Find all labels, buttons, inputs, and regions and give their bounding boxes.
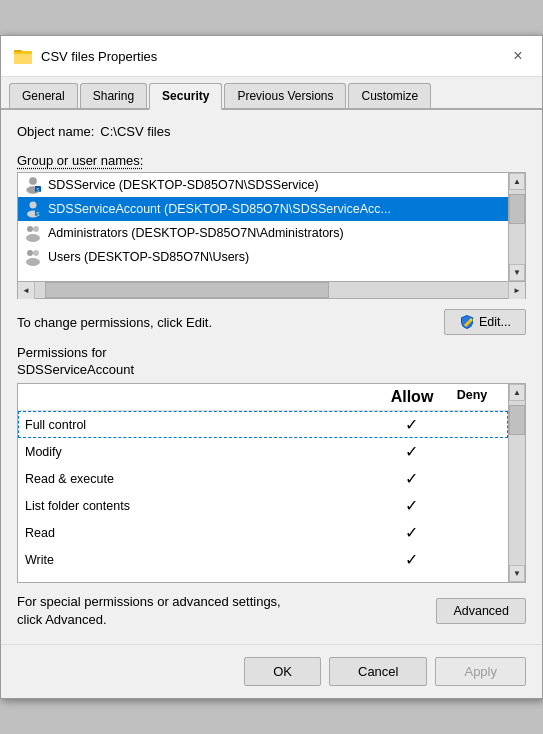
close-button[interactable]: ×: [506, 44, 530, 68]
group-label: Group or user names:: [17, 153, 526, 168]
advanced-text-line2: click Advanced.: [17, 612, 107, 627]
dialog-title: CSV files Properties: [41, 49, 498, 64]
perm-row-read: Read ✓: [18, 519, 508, 546]
bottom-buttons: OK Cancel Apply: [1, 644, 542, 698]
change-perms-text: To change permissions, click Edit.: [17, 315, 212, 330]
perms-for-text-line2: SDSServiceAccount: [17, 362, 134, 377]
perms-scroll-down[interactable]: ▼: [509, 565, 525, 582]
perms-for-text-line1: Permissions for: [17, 345, 107, 360]
advanced-text: For special permissions or advanced sett…: [17, 593, 426, 629]
perms-header-deny: Deny: [442, 388, 502, 406]
h-scroll-thumb[interactable]: [45, 282, 329, 298]
user-icon: S: [24, 176, 42, 194]
user-item-label: SDSService (DESKTOP-SD85O7N\SDSService): [48, 178, 319, 192]
advanced-button[interactable]: Advanced: [436, 598, 526, 624]
tab-security[interactable]: Security: [149, 83, 222, 110]
perm-allow-list-folder: ✓: [381, 496, 441, 515]
shield-edit-icon: [459, 314, 475, 330]
user-item-sdsserviceaccount[interactable]: S SDSServiceAccount (DESKTOP-SD85O7N\SDS…: [18, 197, 508, 221]
user-item-sdsservice[interactable]: S SDSService (DESKTOP-SD85O7N\SDSService…: [18, 173, 508, 197]
perm-allow-read: ✓: [381, 523, 441, 542]
perm-name-full-control: Full control: [25, 418, 381, 432]
user-item-label-4: Users (DESKTOP-SD85O7N\Users): [48, 250, 249, 264]
change-perms-row: To change permissions, click Edit. Edit.…: [17, 309, 526, 335]
scroll-thumb[interactable]: [509, 194, 525, 224]
tabs-bar: General Sharing Security Previous Versio…: [1, 77, 542, 110]
apply-button[interactable]: Apply: [435, 657, 526, 686]
permissions-table: Allow Deny Full control ✓ Modify ✓ Re: [17, 383, 526, 583]
perm-name-list-folder: List folder contents: [25, 499, 381, 513]
tab-customize[interactable]: Customize: [348, 83, 431, 108]
perm-row-modify: Modify ✓: [18, 438, 508, 465]
object-name-row: Object name: C:\CSV files: [17, 124, 526, 139]
user-icon-4: [24, 248, 42, 266]
svg-point-14: [27, 226, 33, 232]
scroll-track[interactable]: [509, 190, 525, 264]
title-bar: CSV files Properties ×: [1, 36, 542, 77]
tab-sharing[interactable]: Sharing: [80, 83, 147, 108]
h-scroll-right-btn[interactable]: ►: [508, 282, 525, 299]
perms-for-label: Permissions for SDSServiceAccount: [17, 345, 526, 379]
tab-previous-versions[interactable]: Previous Versions: [224, 83, 346, 108]
object-name-value: C:\CSV files: [100, 124, 170, 139]
svg-point-15: [33, 226, 39, 232]
svg-point-17: [27, 250, 33, 256]
ok-button[interactable]: OK: [244, 657, 321, 686]
tab-general[interactable]: General: [9, 83, 78, 108]
user-item-users[interactable]: Users (DESKTOP-SD85O7N\Users): [18, 245, 508, 269]
perms-scroll-track[interactable]: [509, 401, 525, 565]
edit-button-label: Edit...: [479, 315, 511, 329]
h-scroll-track[interactable]: [35, 282, 508, 298]
h-scroll-left-btn[interactable]: ◄: [18, 282, 35, 299]
object-name-label: Object name:: [17, 124, 94, 139]
properties-dialog: CSV files Properties × General Sharing S…: [0, 35, 543, 698]
svg-rect-3: [14, 52, 32, 54]
perm-name-write: Write: [25, 553, 381, 567]
perm-allow-modify: ✓: [381, 442, 441, 461]
svg-point-18: [33, 250, 39, 256]
perm-row-list-folder: List folder contents ✓: [18, 492, 508, 519]
cancel-button[interactable]: Cancel: [329, 657, 427, 686]
perms-scroll-up[interactable]: ▲: [509, 384, 525, 401]
perm-allow-full-control: ✓: [381, 415, 441, 434]
perm-row-write: Write ✓: [18, 546, 508, 573]
perm-name-read-execute: Read & execute: [25, 472, 381, 486]
perms-scrollbar: ▲ ▼: [508, 384, 525, 582]
advanced-text-line1: For special permissions or advanced sett…: [17, 594, 281, 609]
perm-name-read: Read: [25, 526, 381, 540]
user-icon-3: [24, 224, 42, 242]
user-item-label-2: SDSServiceAccount (DESKTOP-SD85O7N\SDSSe…: [48, 202, 391, 216]
edit-button[interactable]: Edit...: [444, 309, 526, 335]
perms-scroll-thumb[interactable]: [509, 405, 525, 435]
svg-point-16: [26, 234, 40, 242]
user-item-label-3: Administrators (DESKTOP-SD85O7N\Administ…: [48, 226, 344, 240]
perms-header-allow: Allow: [382, 388, 442, 406]
svg-point-10: [30, 202, 37, 209]
content-area: Object name: C:\CSV files Group or user …: [1, 110, 542, 643]
perm-row-read-execute: Read & execute ✓: [18, 465, 508, 492]
perm-allow-read-execute: ✓: [381, 469, 441, 488]
scroll-up-btn[interactable]: ▲: [509, 173, 525, 190]
perm-row-full-control: Full control ✓: [18, 411, 508, 438]
perm-name-modify: Modify: [25, 445, 381, 459]
svg-point-19: [26, 258, 40, 266]
scroll-down-btn[interactable]: ▼: [509, 264, 525, 281]
users-scrollbar: ▲ ▼: [508, 173, 525, 281]
advanced-row: For special permissions or advanced sett…: [17, 593, 526, 629]
svg-point-6: [30, 178, 37, 185]
perms-header-name: [24, 388, 382, 406]
users-list-container: S SDSService (DESKTOP-SD85O7N\SDSService…: [17, 172, 526, 282]
h-scrollbar: ◄ ►: [17, 282, 526, 299]
folder-icon: [13, 46, 33, 66]
perm-allow-write: ✓: [381, 550, 441, 569]
perms-header: Allow Deny: [18, 384, 508, 411]
users-list[interactable]: S SDSService (DESKTOP-SD85O7N\SDSService…: [18, 173, 508, 281]
user-icon-2: S: [24, 200, 42, 218]
user-item-administrators[interactable]: Administrators (DESKTOP-SD85O7N\Administ…: [18, 221, 508, 245]
perms-table-inner: Allow Deny Full control ✓ Modify ✓ Re: [18, 384, 508, 582]
